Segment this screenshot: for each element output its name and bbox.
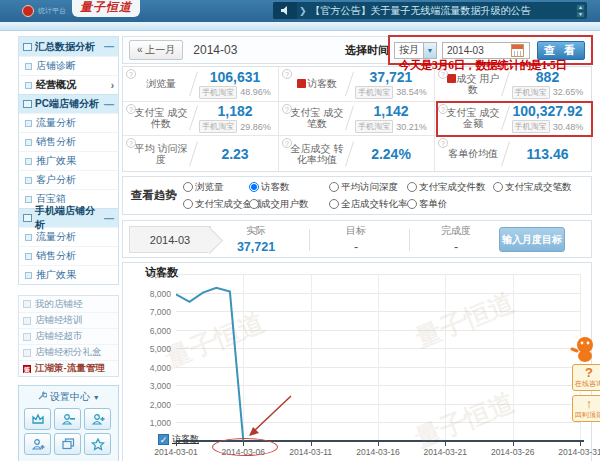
legend-label[interactable]: 访客数 xyxy=(172,433,199,446)
stat-label: 成交 用户数 xyxy=(445,73,501,95)
sidebar-item[interactable]: 销售分析 xyxy=(19,132,118,151)
radio-访客数[interactable] xyxy=(249,182,259,192)
list-icon xyxy=(25,196,32,203)
radio-浏览量[interactable] xyxy=(183,182,193,192)
quick-icon-grid xyxy=(22,408,115,455)
calendar-icon[interactable] xyxy=(511,44,524,57)
announcement-spinner[interactable]: ▲ ▼ xyxy=(576,4,585,18)
logo-subtitle: 统计平台 xyxy=(38,6,66,17)
period-dropdown[interactable]: 按月 ▼ xyxy=(394,42,437,59)
trend-option-成交用户数[interactable]: 成交用户数 xyxy=(249,198,329,211)
radio-支付宝成交笔数[interactable] xyxy=(493,182,503,192)
y-tick-label: 6,000 xyxy=(125,326,171,336)
chevron-down-icon[interactable]: ▼ xyxy=(423,43,436,58)
copy-pages-button[interactable] xyxy=(54,433,81,455)
sidebar-item[interactable]: 推广效果 xyxy=(19,265,118,284)
radio-全店成交转化率[interactable] xyxy=(329,199,339,209)
help-icon[interactable]: ? xyxy=(126,104,136,114)
trend-option-label: 平均访问深度 xyxy=(341,181,398,194)
sidebar-tool-item[interactable]: 店铺经培训 xyxy=(19,312,118,328)
tool-icon xyxy=(23,349,31,357)
sidebar-item[interactable]: 客户分析 xyxy=(19,170,118,189)
collapse-icon[interactable]: — xyxy=(104,213,114,224)
back-to-top-button[interactable]: ↑ 回到顶部 xyxy=(572,395,600,422)
completion-value: - xyxy=(411,240,501,254)
settings-center-label: 设置中心 xyxy=(50,391,90,402)
sidebar-section-header[interactable]: 手机端店铺分析— xyxy=(19,208,118,227)
stat-value-block: 2.23 xyxy=(198,146,272,162)
mobile-share-row: 手机淘宝38.54% xyxy=(355,86,427,99)
radio-平均访问深度[interactable] xyxy=(329,182,339,192)
trend-option-客单价[interactable]: 客单价 xyxy=(407,198,493,211)
wrench-icon xyxy=(37,391,47,401)
x-tick-label: 2014-03-16 xyxy=(350,447,406,457)
collapse-icon[interactable]: — xyxy=(104,41,114,52)
trend-option-访客数[interactable]: 访客数 xyxy=(249,181,329,194)
announcement-text[interactable]: 【官方公告】关于量子无线端流量数据升级的公告 xyxy=(311,4,576,18)
sidebar-item-label: 推广效果 xyxy=(36,154,76,168)
list-icon xyxy=(25,158,32,165)
crown-button[interactable] xyxy=(24,408,51,430)
top-bar: 统计平台 量子恒道 ❯ 【官方公告】关于量子无线端流量数据升级的公告 ▲ ▼ xyxy=(0,0,600,22)
trend-option-支付宝成交金额[interactable]: 支付宝成交金额 xyxy=(183,198,249,211)
sidebar-tool-item[interactable]: 策江湖策-流量管理 xyxy=(19,360,118,376)
mobile-share-pct: 32.65% xyxy=(553,87,584,97)
radio-支付宝成交件数[interactable] xyxy=(407,182,417,192)
x-tick xyxy=(378,442,379,446)
settings-center-link[interactable]: 设置中心 ▼ xyxy=(22,390,115,404)
scroll-up-icon[interactable]: ▲ xyxy=(576,4,585,11)
radio-成交用户数[interactable] xyxy=(249,199,259,209)
trend-option-全店成交转化率[interactable]: 全店成交转化率 xyxy=(329,198,407,211)
radio-支付宝成交金额[interactable] xyxy=(183,199,193,209)
input-monthly-target-button[interactable]: 输入月度目标 xyxy=(499,227,565,252)
collapse-icon[interactable]: — xyxy=(104,99,114,110)
sidebar-tool-item[interactable]: 店铺经积分礼盒 xyxy=(19,344,118,360)
sidebar: 汇总数据分析—店铺诊断经营概况›PC端店铺分析—流量分析销售分析推广效果客户分析… xyxy=(18,36,119,461)
completion-column: 完成度 - xyxy=(411,224,501,254)
sidebar-tool-item[interactable]: 店铺经超市 xyxy=(19,328,118,344)
sidebar-section-header[interactable]: PC端店铺分析— xyxy=(19,94,118,113)
help-icon[interactable]: ? xyxy=(438,138,448,148)
help-icon[interactable]: ? xyxy=(282,69,292,79)
view-button[interactable]: 查 看 xyxy=(537,41,585,60)
online-help-button[interactable]: ? 在线咨询 xyxy=(572,364,600,391)
sidebar-tool-item[interactable]: 我的店铺经 xyxy=(19,296,118,312)
list-icon xyxy=(25,82,32,89)
stat-label: 支付宝 成交金额 xyxy=(445,107,501,129)
help-icon[interactable]: ? xyxy=(438,104,448,114)
sidebar-item[interactable]: 流量分析 xyxy=(19,113,118,132)
sidebar-item[interactable]: 店铺诊断 xyxy=(19,56,118,75)
target-month: 2014-03 xyxy=(129,226,211,253)
stat-cell-浏览量: ?浏览量106,631手机淘宝48.96% xyxy=(123,67,279,102)
user-remove-button[interactable] xyxy=(54,408,81,430)
help-icon[interactable]: ? xyxy=(282,104,292,114)
trend-option-支付宝成交件数[interactable]: 支付宝成交件数 xyxy=(407,181,493,194)
radio-客单价[interactable] xyxy=(407,199,417,209)
chart-legend: ✓ 访客数 xyxy=(158,433,199,446)
visitor-trend-line xyxy=(176,274,580,441)
trend-option-平均访问深度[interactable]: 平均访问深度 xyxy=(329,181,407,194)
sidebar-section-header[interactable]: 汇总数据分析— xyxy=(19,37,118,56)
sidebar-section-label: 手机端店铺分析 xyxy=(35,204,104,232)
user-invite-button[interactable] xyxy=(24,433,51,455)
stat-value: 2.24% xyxy=(371,146,411,162)
divider xyxy=(501,71,510,96)
user-add-button[interactable] xyxy=(84,408,111,430)
announcement-bar[interactable]: ❯ 【官方公告】关于量子无线端流量数据升级的公告 ▲ ▼ xyxy=(273,2,587,19)
star-button[interactable] xyxy=(84,433,111,455)
logo-badge-icon xyxy=(22,5,34,17)
logo-text: 量子恒道 xyxy=(72,0,140,17)
app-logo[interactable]: 统计平台 量子恒道 xyxy=(22,0,140,17)
sidebar-item[interactable]: 经营概况› xyxy=(19,75,118,94)
sidebar-menu: 汇总数据分析—店铺诊断经营概况›PC端店铺分析—流量分析销售分析推广效果客户分析… xyxy=(18,36,119,285)
stat-cell-支付宝成交金额: ?支付宝 成交金额100,327.92手机淘宝30.48% xyxy=(435,102,591,137)
annotation-note: 今天是3月6日，数据统计的是1-5日 xyxy=(399,58,595,73)
sidebar-item[interactable]: 推广效果 xyxy=(19,151,118,170)
scroll-down-icon[interactable]: ▼ xyxy=(576,11,585,18)
prev-month-button[interactable]: « 上一月 xyxy=(129,40,183,60)
legend-checkbox[interactable]: ✓ xyxy=(158,434,169,445)
trend-option-浏览量[interactable]: 浏览量 xyxy=(183,181,249,194)
trend-option-支付宝成交笔数[interactable]: 支付宝成交笔数 xyxy=(493,181,581,194)
help-icon[interactable]: ? xyxy=(126,69,136,79)
sidebar-item[interactable]: 销售分析 xyxy=(19,246,118,265)
